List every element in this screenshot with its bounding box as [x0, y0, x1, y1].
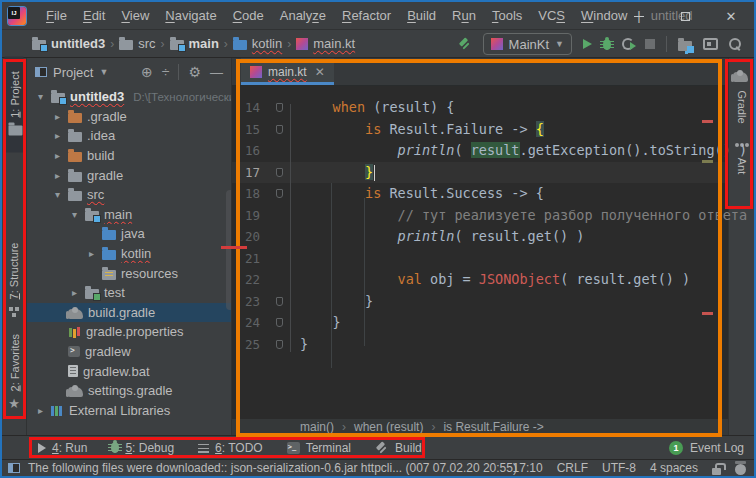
tree-item-test[interactable]: ▸test — [27, 283, 232, 303]
error-stripe-mark[interactable] — [702, 312, 713, 315]
collapsed-arrow-icon[interactable]: ▸ — [52, 111, 63, 122]
locate-file-icon[interactable]: ⊕ — [141, 65, 153, 79]
code-line-18[interactable]: 18 is Result.Success -> { — [232, 183, 728, 205]
tool-window-button-todo[interactable]: 6: TODO — [198, 441, 263, 455]
collapsed-arrow-icon[interactable]: ▸ — [35, 405, 46, 416]
collapsed-arrow-icon[interactable]: ▸ — [52, 170, 63, 181]
tab-main-kt[interactable]: main.kt ✕ — [241, 58, 334, 85]
tree-item-gradle.properties[interactable]: gradle.properties — [27, 322, 232, 342]
breadcrumb-item-untitled3[interactable]: untitled3 — [32, 36, 105, 51]
file-encoding[interactable]: UTF-8 — [602, 461, 636, 475]
tree-item-src[interactable]: ▾src — [27, 185, 232, 205]
inspections-hector-icon[interactable] — [735, 464, 746, 475]
run-button[interactable] — [583, 39, 592, 49]
editor-breadcrumb-item[interactable]: when (result) — [354, 420, 423, 434]
search-everywhere-icon[interactable] — [729, 38, 742, 51]
status-message[interactable]: The following files were downloaded:: js… — [28, 461, 517, 475]
expanded-arrow-icon[interactable]: ▾ — [69, 209, 80, 220]
expanded-arrow-icon[interactable]: ▾ — [35, 91, 46, 102]
expanded-arrow-icon[interactable]: ▾ — [52, 189, 63, 200]
collapsed-arrow-icon[interactable]: ▸ — [52, 150, 63, 161]
code-line-17[interactable]: 17 } — [232, 162, 728, 184]
tree-item-build.gradle[interactable]: build.gradle — [27, 303, 232, 323]
project-pane-title[interactable]: Project — [53, 65, 93, 80]
maximize-button[interactable] — [662, 2, 708, 30]
tool-window-switcher-icon[interactable] — [8, 463, 20, 473]
menu-tools[interactable]: Tools — [484, 4, 530, 27]
fold-marker-icon[interactable] — [276, 168, 283, 177]
tree-item-java[interactable]: java — [27, 224, 232, 244]
gear-icon[interactable]: ⚙ — [188, 65, 201, 79]
collapse-all-icon[interactable]: ÷ — [162, 65, 170, 79]
stripe-button-structure[interactable]: 7: Structure — [5, 228, 23, 332]
tool-window-button-build[interactable]: Build — [375, 441, 422, 455]
tree-item-gradlew.bat[interactable]: gradlew.bat — [27, 361, 232, 381]
code-line-22[interactable]: 22 val obj = JSONObject( result.get() ) — [232, 269, 728, 291]
tree-item-.idea[interactable]: ▸.idea — [27, 126, 232, 146]
lock-icon[interactable] — [712, 468, 721, 475]
menu-analyze[interactable]: Analyze — [272, 4, 334, 27]
code-line-14[interactable]: 14 when (result) { — [232, 97, 728, 119]
close-icon[interactable]: ✕ — [315, 65, 325, 79]
editor-breadcrumb-item[interactable]: main() — [300, 420, 334, 434]
breadcrumb-item-main.kt[interactable]: main.kt — [296, 36, 355, 51]
fold-marker-icon[interactable] — [276, 189, 283, 198]
code-line-25[interactable]: 25} — [232, 334, 728, 356]
menu-view[interactable]: View — [113, 4, 157, 27]
menu-build[interactable]: Build — [399, 4, 444, 27]
stop-button[interactable] — [645, 39, 655, 49]
code-line-16[interactable]: 16 println( result.getException().toStri… — [232, 140, 728, 162]
hide-panel-icon[interactable]: — — [210, 66, 223, 79]
code-line-15[interactable]: 15 is Result.Failure -> { — [232, 119, 728, 141]
code-line-24[interactable]: 24 } — [232, 312, 728, 334]
menu-edit[interactable]: Edit — [75, 4, 113, 27]
close-button[interactable]: ✕ — [708, 2, 754, 30]
tree-item-gradle[interactable]: ▸gradle — [27, 165, 232, 185]
tool-window-button-run[interactable]: 4: Run — [38, 441, 87, 455]
chevron-down-icon[interactable]: ▼ — [99, 67, 108, 77]
code-line-23[interactable]: 23 } — [232, 291, 728, 313]
stripe-button-gradle[interactable]: Gradle — [733, 58, 752, 136]
tree-item-main[interactable]: ▾main — [27, 205, 232, 225]
fold-marker-icon[interactable] — [276, 125, 283, 134]
tree-item-External Libraries[interactable]: ▸External Libraries — [27, 401, 232, 421]
menu-run[interactable]: Run — [444, 4, 484, 27]
fold-marker-icon[interactable] — [276, 297, 283, 306]
breadcrumb-item-main[interactable]: main — [170, 36, 219, 51]
fold-marker-icon[interactable] — [276, 318, 283, 327]
menu-navigate[interactable]: Navigate — [157, 4, 224, 27]
breadcrumb-item-src[interactable]: src — [119, 36, 155, 51]
code-line-21[interactable]: 21 — [232, 248, 728, 270]
collapsed-arrow-icon[interactable]: ▸ — [52, 130, 63, 141]
project-structure-icon[interactable] — [678, 41, 692, 51]
code-lines[interactable]: 14 when (result) {15 is Result.Failure -… — [232, 86, 728, 419]
run-configuration-select[interactable]: MainKt ▼ — [483, 33, 572, 55]
tree-item-.gradle[interactable]: ▸.gradle — [27, 107, 232, 127]
warning-stripe-mark[interactable] — [702, 160, 713, 163]
menu-file[interactable]: File — [38, 4, 75, 27]
tree-item-kotlin[interactable]: ▸kotlin — [27, 244, 232, 264]
breadcrumb-item-kotlin[interactable]: kotlin — [233, 36, 282, 51]
code-line-19[interactable]: 19 // тут реализуете разбор полученного … — [232, 205, 728, 227]
fold-marker-icon[interactable] — [276, 103, 283, 112]
run-with-coverage-button[interactable] — [622, 38, 634, 50]
cursor-position[interactable]: 17:10 — [513, 461, 543, 475]
tree-item-build[interactable]: ▸build — [27, 146, 232, 166]
debug-button[interactable] — [603, 39, 611, 50]
minimize-button[interactable] — [616, 2, 662, 30]
collapsed-arrow-icon[interactable]: ▸ — [86, 248, 97, 259]
window-preview-icon[interactable] — [703, 38, 718, 50]
collapsed-arrow-icon[interactable]: ▸ — [69, 287, 80, 298]
fold-marker-icon[interactable] — [276, 340, 283, 349]
menu-code[interactable]: Code — [225, 4, 272, 27]
code-line-20[interactable]: 20 println( result.get() ) — [232, 226, 728, 248]
menu-vcs[interactable]: VCS — [530, 4, 573, 27]
tool-window-button-terminal[interactable]: Terminal — [287, 441, 351, 455]
menu-refactor[interactable]: Refactor — [334, 4, 399, 27]
build-project-icon[interactable] — [458, 37, 472, 51]
stripe-button-project[interactable]: 1: Project — [5, 57, 24, 153]
tree-item-gradlew[interactable]: gradlew — [27, 342, 232, 362]
tool-window-button-debug[interactable]: 5: Debug — [111, 441, 174, 455]
event-log-button[interactable]: 1 Event Log — [669, 436, 744, 460]
editor-breadcrumb-item[interactable]: is Result.Failure -> — [443, 420, 543, 434]
